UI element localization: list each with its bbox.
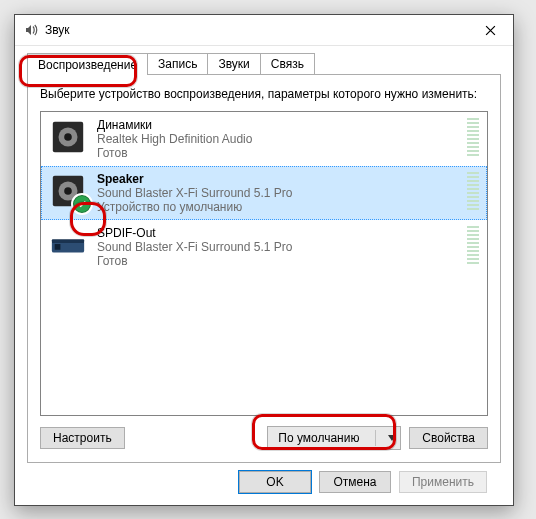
device-status: Устройство по умолчанию	[97, 200, 451, 214]
close-button[interactable]	[467, 15, 513, 45]
svg-rect-7	[52, 239, 84, 243]
device-row[interactable]: SPDIF-Out Sound Blaster X-Fi Surround 5.…	[41, 220, 487, 274]
properties-button[interactable]: Свойства	[409, 427, 488, 449]
panel-button-row: Настроить По умолчанию Свойства	[40, 426, 488, 450]
chevron-down-icon	[388, 435, 396, 441]
tab-communications[interactable]: Связь	[260, 53, 315, 74]
tab-panel-playback: Выберите устройство воспроизведения, пар…	[27, 74, 501, 463]
instruction-text: Выберите устройство воспроизведения, пар…	[40, 87, 488, 103]
tabstrip: Воспроизведение Запись Звуки Связь	[27, 52, 501, 74]
set-default-label: По умолчанию	[278, 431, 359, 445]
level-meter	[467, 118, 479, 156]
device-name: SPDIF-Out	[97, 226, 451, 240]
dialog-button-row: OK Отмена Применить	[27, 463, 501, 495]
close-icon	[485, 25, 496, 36]
tab-recording[interactable]: Запись	[147, 53, 208, 74]
default-check-icon	[71, 193, 93, 215]
level-meter	[467, 172, 479, 210]
device-details: Sound Blaster X-Fi Surround 5.1 Pro	[97, 240, 451, 254]
tab-sounds[interactable]: Звуки	[207, 53, 260, 74]
apply-button[interactable]: Применить	[399, 471, 487, 493]
sound-icon	[23, 22, 39, 38]
device-list[interactable]: Динамики Realtek High Definition Audio Г…	[40, 111, 488, 416]
device-status: Готов	[97, 146, 451, 160]
device-details: Sound Blaster X-Fi Surround 5.1 Pro	[97, 186, 451, 200]
tab-playback[interactable]: Воспроизведение	[27, 53, 148, 75]
level-meter	[467, 226, 479, 264]
svg-point-2	[64, 133, 72, 141]
spdif-icon	[49, 226, 87, 264]
ok-button[interactable]: OK	[239, 471, 311, 493]
svg-rect-8	[55, 244, 61, 250]
device-details: Realtek High Definition Audio	[97, 132, 451, 146]
device-row[interactable]: Динамики Realtek High Definition Audio Г…	[41, 112, 487, 166]
titlebar: Звук	[15, 15, 513, 46]
device-row[interactable]: Speaker Sound Blaster X-Fi Surround 5.1 …	[41, 166, 487, 220]
configure-button[interactable]: Настроить	[40, 427, 125, 449]
speaker-icon	[49, 118, 87, 156]
device-name: Динамики	[97, 118, 451, 132]
svg-point-5	[64, 187, 72, 195]
sound-dialog: Звук Воспроизведение Запись Звуки Связь …	[14, 14, 514, 506]
cancel-button[interactable]: Отмена	[319, 471, 391, 493]
window-title: Звук	[45, 23, 467, 37]
device-name: Speaker	[97, 172, 451, 186]
device-status: Готов	[97, 254, 451, 268]
set-default-dropdown[interactable]: По умолчанию	[267, 426, 401, 450]
